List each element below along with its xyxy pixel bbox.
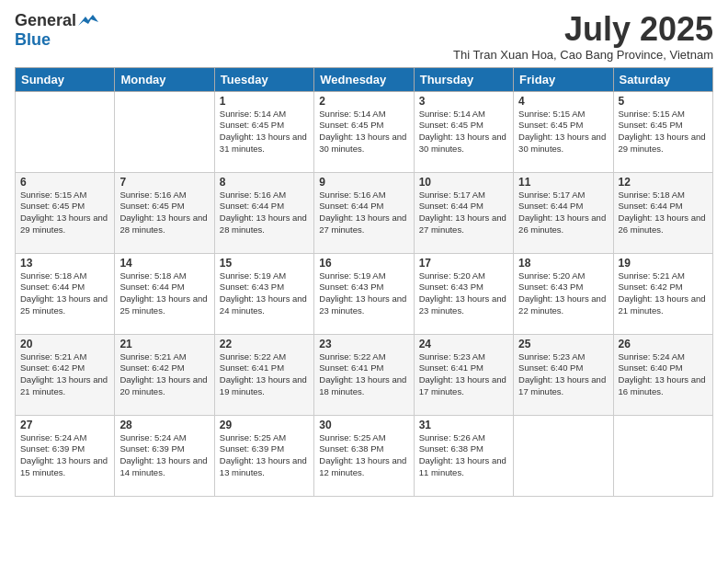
logo-blue-text: Blue [15,30,51,50]
header: General Blue July 2025 Thi Tran Xuan Hoa… [15,11,713,62]
day-number: 28 [119,419,209,431]
svg-marker-0 [78,15,98,26]
calendar-cell: 13Sunrise: 5:18 AM Sunset: 6:44 PM Dayli… [16,253,115,334]
calendar-cell: 7Sunrise: 5:16 AM Sunset: 6:45 PM Daylig… [115,172,214,253]
calendar-cell: 3Sunrise: 5:14 AM Sunset: 6:45 PM Daylig… [414,91,513,172]
calendar-cell: 14Sunrise: 5:18 AM Sunset: 6:44 PM Dayli… [115,253,214,334]
day-info: Sunrise: 5:25 AM Sunset: 6:38 PM Dayligh… [319,432,408,479]
day-info: Sunrise: 5:26 AM Sunset: 6:38 PM Dayligh… [419,432,508,479]
header-thursday: Thursday [414,67,513,91]
day-number: 29 [220,419,309,431]
calendar-cell: 9Sunrise: 5:16 AM Sunset: 6:44 PM Daylig… [314,172,414,253]
header-tuesday: Tuesday [214,67,313,91]
day-number: 6 [20,176,109,189]
day-info: Sunrise: 5:14 AM Sunset: 6:45 PM Dayligh… [220,109,309,155]
day-info: Sunrise: 5:22 AM Sunset: 6:41 PM Dayligh… [319,351,408,398]
logo-bird-icon [78,13,98,29]
day-number: 11 [518,176,608,189]
day-number: 21 [119,338,209,350]
month-title: July 2025 [453,11,713,48]
subtitle: Thi Tran Xuan Hoa, Cao Bang Province, Vi… [453,48,713,62]
logo-general-text: General [15,11,76,30]
calendar-cell: 22Sunrise: 5:22 AM Sunset: 6:41 PM Dayli… [214,334,313,415]
calendar-week-2: 13Sunrise: 5:18 AM Sunset: 6:44 PM Dayli… [16,253,713,334]
day-number: 30 [319,419,408,431]
calendar-week-1: 6Sunrise: 5:15 AM Sunset: 6:45 PM Daylig… [16,172,713,253]
day-info: Sunrise: 5:24 AM Sunset: 6:39 PM Dayligh… [20,432,109,479]
calendar-cell [16,91,115,172]
day-info: Sunrise: 5:23 AM Sunset: 6:40 PM Dayligh… [518,351,608,398]
header-wednesday: Wednesday [314,67,414,91]
day-number: 1 [220,95,309,108]
day-info: Sunrise: 5:15 AM Sunset: 6:45 PM Dayligh… [20,190,109,236]
calendar-cell: 6Sunrise: 5:15 AM Sunset: 6:45 PM Daylig… [16,172,115,253]
page: General Blue July 2025 Thi Tran Xuan Hoa… [0,0,728,563]
day-number: 14 [119,257,209,270]
day-number: 12 [619,176,708,189]
day-number: 8 [220,176,309,189]
calendar-cell: 26Sunrise: 5:24 AM Sunset: 6:40 PM Dayli… [613,334,712,415]
calendar-cell: 17Sunrise: 5:20 AM Sunset: 6:43 PM Dayli… [414,253,513,334]
calendar-cell: 30Sunrise: 5:25 AM Sunset: 6:38 PM Dayli… [314,415,414,496]
calendar-week-3: 20Sunrise: 5:21 AM Sunset: 6:42 PM Dayli… [16,334,713,415]
header-monday: Monday [115,67,214,91]
header-sunday: Sunday [16,67,115,91]
calendar-cell: 18Sunrise: 5:20 AM Sunset: 6:43 PM Dayli… [514,253,613,334]
day-info: Sunrise: 5:18 AM Sunset: 6:44 PM Dayligh… [119,270,209,317]
day-number: 26 [619,338,708,350]
calendar-week-0: 1Sunrise: 5:14 AM Sunset: 6:45 PM Daylig… [16,91,713,172]
calendar-cell: 10Sunrise: 5:17 AM Sunset: 6:44 PM Dayli… [414,172,513,253]
day-number: 3 [419,95,508,108]
day-number: 4 [518,95,608,108]
day-info: Sunrise: 5:22 AM Sunset: 6:41 PM Dayligh… [220,351,309,398]
calendar-cell: 29Sunrise: 5:25 AM Sunset: 6:39 PM Dayli… [214,415,313,496]
calendar-cell: 27Sunrise: 5:24 AM Sunset: 6:39 PM Dayli… [16,415,115,496]
title-section: July 2025 Thi Tran Xuan Hoa, Cao Bang Pr… [453,11,713,62]
day-info: Sunrise: 5:20 AM Sunset: 6:43 PM Dayligh… [419,270,508,317]
day-info: Sunrise: 5:18 AM Sunset: 6:44 PM Dayligh… [20,270,109,317]
day-number: 25 [518,338,608,350]
day-number: 13 [20,257,109,270]
day-info: Sunrise: 5:14 AM Sunset: 6:45 PM Dayligh… [419,109,508,155]
day-number: 19 [619,257,708,270]
day-number: 27 [20,419,109,431]
calendar-cell: 16Sunrise: 5:19 AM Sunset: 6:43 PM Dayli… [314,253,414,334]
day-info: Sunrise: 5:20 AM Sunset: 6:43 PM Dayligh… [518,270,608,317]
day-number: 2 [319,95,408,108]
calendar-cell: 15Sunrise: 5:19 AM Sunset: 6:43 PM Dayli… [214,253,313,334]
day-info: Sunrise: 5:19 AM Sunset: 6:43 PM Dayligh… [220,270,309,317]
day-number: 9 [319,176,408,189]
day-number: 24 [419,338,508,350]
day-info: Sunrise: 5:16 AM Sunset: 6:44 PM Dayligh… [319,190,408,236]
calendar-cell: 11Sunrise: 5:17 AM Sunset: 6:44 PM Dayli… [514,172,613,253]
day-number: 16 [319,257,408,270]
calendar-cell: 21Sunrise: 5:21 AM Sunset: 6:42 PM Dayli… [115,334,214,415]
day-number: 15 [220,257,309,270]
calendar-cell: 31Sunrise: 5:26 AM Sunset: 6:38 PM Dayli… [414,415,513,496]
calendar-cell [115,91,214,172]
day-number: 31 [419,419,508,431]
calendar-week-4: 27Sunrise: 5:24 AM Sunset: 6:39 PM Dayli… [16,415,713,496]
day-info: Sunrise: 5:25 AM Sunset: 6:39 PM Dayligh… [220,432,309,479]
day-info: Sunrise: 5:21 AM Sunset: 6:42 PM Dayligh… [119,351,209,398]
calendar-cell: 1Sunrise: 5:14 AM Sunset: 6:45 PM Daylig… [214,91,313,172]
day-info: Sunrise: 5:16 AM Sunset: 6:44 PM Dayligh… [220,190,309,236]
day-info: Sunrise: 5:15 AM Sunset: 6:45 PM Dayligh… [518,109,608,155]
day-number: 22 [220,338,309,350]
day-info: Sunrise: 5:21 AM Sunset: 6:42 PM Dayligh… [619,270,708,317]
day-number: 7 [119,176,209,189]
day-info: Sunrise: 5:19 AM Sunset: 6:43 PM Dayligh… [319,270,408,317]
calendar-cell: 19Sunrise: 5:21 AM Sunset: 6:42 PM Dayli… [613,253,712,334]
day-info: Sunrise: 5:23 AM Sunset: 6:41 PM Dayligh… [419,351,508,398]
calendar-cell [613,415,712,496]
calendar: SundayMondayTuesdayWednesdayThursdayFrid… [15,67,713,497]
day-info: Sunrise: 5:16 AM Sunset: 6:45 PM Dayligh… [119,190,209,236]
day-info: Sunrise: 5:15 AM Sunset: 6:45 PM Dayligh… [619,109,708,155]
calendar-cell: 12Sunrise: 5:18 AM Sunset: 6:44 PM Dayli… [613,172,712,253]
calendar-cell: 2Sunrise: 5:14 AM Sunset: 6:45 PM Daylig… [314,91,414,172]
calendar-header-row: SundayMondayTuesdayWednesdayThursdayFrid… [16,67,713,91]
calendar-cell: 24Sunrise: 5:23 AM Sunset: 6:41 PM Dayli… [414,334,513,415]
header-saturday: Saturday [613,67,712,91]
day-info: Sunrise: 5:21 AM Sunset: 6:42 PM Dayligh… [20,351,109,398]
day-info: Sunrise: 5:24 AM Sunset: 6:40 PM Dayligh… [619,351,708,398]
